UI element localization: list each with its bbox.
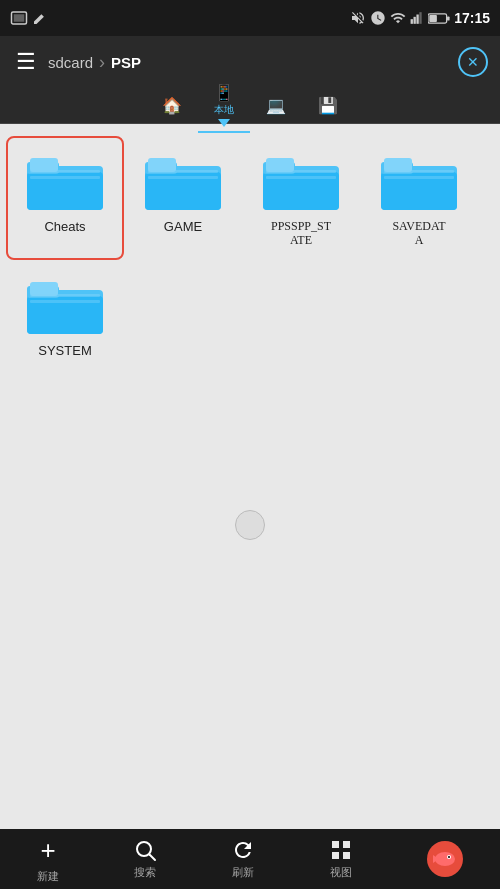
- tab-remote[interactable]: 💻: [250, 92, 302, 120]
- status-bar: 17:15: [0, 0, 500, 36]
- svg-rect-36: [30, 282, 58, 296]
- svg-rect-13: [30, 170, 100, 173]
- folder-game[interactable]: GAME: [128, 140, 238, 256]
- svg-rect-43: [332, 852, 339, 859]
- status-left-icons: [10, 9, 48, 27]
- breadcrumb: sdcard › PSP: [48, 52, 450, 73]
- refresh-icon: [231, 838, 255, 862]
- toolbar-search-label: 搜索: [134, 865, 156, 880]
- folder-game-icon: [143, 148, 223, 213]
- svg-point-47: [448, 856, 450, 858]
- svg-rect-7: [447, 16, 450, 20]
- scroll-indicator: [235, 510, 265, 540]
- nav-separator: ›: [99, 52, 105, 73]
- svg-rect-5: [420, 12, 422, 24]
- mute-icon: [350, 10, 366, 26]
- folder-savedata-icon: [379, 148, 459, 213]
- file-browser-content: Cheats GAME PPSS: [0, 124, 500, 829]
- active-indicator: [218, 119, 230, 127]
- toolbar-view[interactable]: 视图: [329, 838, 353, 880]
- edit-icon: [32, 10, 48, 26]
- svg-rect-25: [266, 170, 336, 173]
- folder-cheats-label: Cheats: [44, 219, 85, 235]
- svg-rect-38: [30, 300, 100, 303]
- nav-current-path: PSP: [111, 54, 141, 71]
- menu-button[interactable]: ☰: [12, 45, 40, 79]
- svg-rect-1: [14, 14, 25, 22]
- folder-system-icon: [25, 272, 105, 337]
- toolbar-search[interactable]: 搜索: [133, 838, 157, 880]
- svg-rect-31: [384, 170, 454, 173]
- svg-rect-14: [30, 176, 100, 179]
- add-icon: +: [40, 835, 55, 866]
- toolbar-view-label: 视图: [330, 865, 352, 880]
- tab-home[interactable]: 🏠: [146, 92, 198, 120]
- svg-rect-42: [343, 841, 350, 848]
- tab-storage[interactable]: 💾: [302, 92, 354, 120]
- toolbar-new-label: 新建: [37, 869, 59, 884]
- folder-cheats-icon: [25, 148, 105, 213]
- svg-rect-2: [411, 19, 413, 24]
- folder-ppsspp-state[interactable]: PPSSPP_STATE: [246, 140, 356, 256]
- home-icon: 🏠: [162, 96, 182, 115]
- battery-icon: [428, 12, 450, 25]
- phone-icon: 📱: [214, 83, 234, 102]
- svg-rect-30: [384, 158, 412, 172]
- folder-cheats[interactable]: Cheats: [10, 140, 120, 256]
- storage-icon: 💾: [318, 96, 338, 115]
- close-button[interactable]: ✕: [458, 47, 488, 77]
- alarm-icon: [370, 10, 386, 26]
- svg-rect-18: [148, 158, 176, 172]
- folder-system-label: SYSTEM: [38, 343, 91, 359]
- svg-rect-37: [30, 294, 100, 297]
- grid-icon: [329, 838, 353, 862]
- svg-rect-26: [266, 176, 336, 179]
- svg-rect-20: [148, 176, 218, 179]
- app-logo: [427, 841, 463, 877]
- tab-local[interactable]: 📱 本地: [198, 79, 250, 133]
- svg-rect-44: [343, 852, 350, 859]
- tab-local-label: 本地: [214, 103, 234, 117]
- wifi-icon: [390, 10, 406, 26]
- toolbar-refresh-label: 刷新: [232, 865, 254, 880]
- status-right-icons: 17:15: [350, 10, 490, 26]
- folder-ppsspp-icon: [261, 148, 341, 213]
- folder-savedata-label: SAVEDATA: [392, 219, 445, 248]
- nav-root-path: sdcard: [48, 54, 93, 71]
- time-display: 17:15: [454, 10, 490, 26]
- svg-rect-41: [332, 841, 339, 848]
- toolbar-new[interactable]: + 新建: [37, 835, 59, 884]
- folder-savedata[interactable]: SAVEDATA: [364, 140, 474, 256]
- svg-rect-8: [429, 15, 437, 22]
- folder-system[interactable]: SYSTEM: [10, 264, 120, 367]
- svg-rect-19: [148, 170, 218, 173]
- svg-rect-4: [417, 15, 419, 24]
- toolbar-refresh[interactable]: 刷新: [231, 838, 255, 880]
- svg-rect-3: [414, 17, 416, 24]
- nav-bar: ☰ sdcard › PSP ✕: [0, 36, 500, 88]
- toolbar-logo[interactable]: [427, 841, 463, 877]
- search-icon: [133, 838, 157, 862]
- folder-game-label: GAME: [164, 219, 202, 235]
- svg-line-40: [150, 855, 156, 861]
- bottom-toolbar: + 新建 搜索 刷新 视图: [0, 829, 500, 889]
- fish-logo-icon: [431, 845, 459, 873]
- signal-icon: [410, 11, 424, 25]
- svg-rect-12: [30, 158, 58, 172]
- computer-icon: 💻: [266, 96, 286, 115]
- svg-rect-24: [266, 158, 294, 172]
- close-icon: ✕: [467, 54, 479, 70]
- svg-rect-32: [384, 176, 454, 179]
- folder-ppsspp-label: PPSSPP_STATE: [271, 219, 331, 248]
- tab-bar: 🏠 📱 本地 💻 💾: [0, 88, 500, 124]
- screenshot-icon: [10, 9, 28, 27]
